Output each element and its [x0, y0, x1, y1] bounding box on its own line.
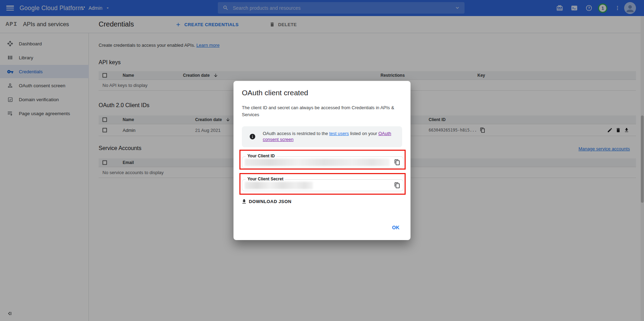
client-id-value-redacted: [245, 159, 390, 166]
dialog-title: OAuth client created: [242, 89, 308, 97]
dialog-body-text: The client ID and secret can always be a…: [242, 104, 403, 118]
copy-client-id-icon[interactable]: [394, 159, 400, 165]
oauth-client-created-dialog: OAuth client created The client ID and s…: [233, 81, 411, 240]
info-middle: listed on your: [349, 131, 378, 136]
info-icon: [249, 133, 256, 140]
test-users-link[interactable]: test users: [329, 131, 349, 136]
client-secret-label: Your Client Secret: [246, 177, 285, 181]
ok-button[interactable]: OK: [388, 222, 404, 233]
client-id-field: Your Client ID: [242, 156, 404, 168]
info-banner-text: OAuth access is restricted to the test u…: [263, 130, 403, 142]
download-json-label: DOWNLOAD JSON: [249, 199, 291, 204]
info-prefix: OAuth access is restricted to the: [263, 131, 329, 136]
download-json-button[interactable]: DOWNLOAD JSON: [241, 199, 291, 204]
gcp-console: Google Cloud Platform Admin ?: [0, 0, 644, 321]
file-download-icon: [241, 199, 247, 204]
client-secret-value-redacted: [245, 182, 313, 189]
info-banner: OAuth access is restricted to the test u…: [242, 126, 402, 147]
client-id-label: Your Client ID: [246, 154, 276, 158]
client-secret-field: Your Client Secret: [242, 179, 404, 191]
copy-client-secret-icon[interactable]: [394, 182, 400, 188]
